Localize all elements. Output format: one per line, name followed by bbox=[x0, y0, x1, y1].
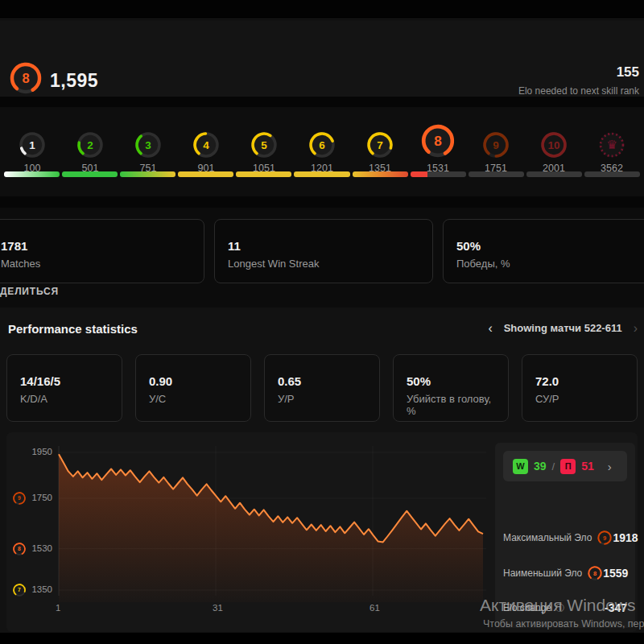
win-loss-card[interactable]: W 39 / П 51 › bbox=[503, 451, 627, 481]
svg-text:5: 5 bbox=[261, 139, 267, 151]
current-skill-level-icon: 8 bbox=[8, 60, 43, 99]
svg-text:3: 3 bbox=[145, 139, 151, 151]
win-streak-value: 11 bbox=[228, 239, 419, 253]
elo-needed-label: Elo needed to next skill rank bbox=[518, 85, 639, 97]
svg-text:7: 7 bbox=[18, 587, 21, 592]
matches-value: 1781 bbox=[1, 239, 191, 253]
svg-text:6: 6 bbox=[319, 139, 325, 151]
elo-progress-segment bbox=[584, 171, 640, 177]
section-gap bbox=[0, 97, 644, 107]
skill-level-5[interactable]: 51051 bbox=[235, 111, 293, 174]
prev-range-button[interactable]: ‹ bbox=[488, 323, 492, 334]
kd-card: 0.65 У/Р bbox=[264, 354, 380, 422]
wl-slash: / bbox=[552, 460, 555, 473]
level-9-icon: 9 bbox=[12, 491, 27, 509]
y-axis-tick-label: 1750 bbox=[28, 493, 52, 502]
skill-level-4[interactable]: 4901 bbox=[177, 111, 235, 174]
max-elo-row: Максимальный Эло 9 1918 bbox=[503, 528, 627, 547]
max-elo-value: 1918 bbox=[613, 531, 638, 544]
elo-needed-value: 155 bbox=[617, 64, 639, 80]
svg-text:2: 2 bbox=[87, 139, 93, 151]
adr-value: 72.0 bbox=[535, 374, 624, 388]
elo-progress-segment bbox=[120, 171, 175, 177]
elo-progress-bar bbox=[4, 171, 640, 177]
skill-ladder: 1100250137514901510516120171351815319175… bbox=[3, 111, 641, 174]
min-elo-label: Наименьший Эло bbox=[503, 568, 582, 579]
wins-count: 39 bbox=[534, 460, 547, 473]
summary-stats-section: 1781 Matches 11 Longest Win Streak 50% П… bbox=[0, 208, 644, 308]
current-elo-value: 1,595 bbox=[50, 70, 98, 92]
elo-progress-segment bbox=[469, 171, 524, 177]
performance-title: Performance statistics bbox=[8, 322, 138, 336]
elo-progress-segment bbox=[411, 171, 466, 177]
kr-label: У/С bbox=[149, 393, 237, 405]
win-streak-label: Longest Win Streak bbox=[228, 258, 419, 270]
min-elo-value: 1559 bbox=[603, 567, 628, 580]
skill-level-7[interactable]: 71351 bbox=[351, 111, 409, 174]
chart-summary-panel: W 39 / П 51 › Максимальный Эло 9 1918 На… bbox=[495, 443, 635, 628]
svg-text:10: 10 bbox=[547, 139, 559, 151]
svg-text:8: 8 bbox=[593, 570, 597, 577]
win-rate-value: 50% bbox=[456, 239, 640, 253]
min-elo-row: Наименьший Эло 8 1559 bbox=[503, 564, 627, 583]
kda-card: 14/16/5 K/D/A bbox=[6, 354, 122, 422]
x-axis-tick-label: 31 bbox=[213, 603, 223, 613]
skill-level-1[interactable]: 1100 bbox=[3, 111, 61, 174]
matches-card: 1781 Matches bbox=[0, 219, 204, 283]
elo-progress-segment bbox=[353, 171, 408, 177]
matches-label: Matches bbox=[1, 258, 191, 270]
bottom-strip bbox=[0, 633, 644, 644]
x-axis-tick-label: 61 bbox=[369, 603, 380, 613]
skill-level-6[interactable]: 61201 bbox=[293, 111, 351, 174]
skill-ladder-section: 1100250137514901510516120171351815319175… bbox=[0, 107, 644, 196]
skill-level-3[interactable]: 3751 bbox=[119, 111, 177, 174]
headshot-card: 50% Убийств в голову, % bbox=[393, 354, 509, 422]
win-chip: W bbox=[513, 459, 528, 474]
win-rate-label: Победы, % bbox=[456, 258, 640, 270]
loss-chip: П bbox=[560, 459, 576, 474]
info-icon[interactable]: ⓘ bbox=[555, 602, 564, 614]
kda-label: K/D/A bbox=[20, 393, 109, 405]
level-9-icon: 9 bbox=[597, 530, 613, 546]
skill-level-9[interactable]: 91751 bbox=[467, 111, 525, 174]
elo-header-section: 8 1,595 155 Elo needed to next skill ran… bbox=[0, 20, 644, 97]
next-range-button[interactable]: › bbox=[634, 323, 638, 334]
losses-count: 51 bbox=[581, 460, 594, 473]
elo-progress-segment bbox=[236, 171, 291, 177]
skill-level-♛[interactable]: ♛3562 bbox=[583, 111, 641, 174]
elo-progress-segment bbox=[526, 171, 582, 177]
svg-text:8: 8 bbox=[434, 133, 442, 149]
share-button[interactable]: ДЕЛИТЬСЯ bbox=[0, 286, 59, 297]
elo-line-chart[interactable] bbox=[53, 441, 488, 602]
chevron-right-icon: › bbox=[608, 460, 612, 473]
svg-text:9: 9 bbox=[603, 535, 606, 542]
elo-change-row: Elo change ⓘ -347 bbox=[503, 598, 627, 617]
headshot-label: Убийств в голову, % bbox=[407, 393, 495, 417]
top-strip bbox=[0, 0, 644, 19]
svg-text:8: 8 bbox=[22, 71, 29, 85]
performance-section: Performance statistics ‹ Showing матчи 5… bbox=[0, 308, 644, 633]
elo-progress-segment bbox=[178, 171, 233, 177]
elo-change-value: -347 bbox=[605, 601, 627, 614]
skill-level-8[interactable]: 81531 bbox=[409, 111, 467, 174]
x-axis-tick-label: 91 bbox=[526, 603, 537, 613]
level-8-icon: 8 bbox=[12, 542, 27, 559]
y-axis-tick-label: 1350 bbox=[28, 584, 52, 594]
elo-progress-segment bbox=[62, 171, 118, 177]
kda-value: 14/16/5 bbox=[20, 374, 109, 388]
svg-text:9: 9 bbox=[493, 139, 499, 151]
elo-chart-panel: W 39 / П 51 › Максимальный Эло 9 1918 На… bbox=[6, 432, 638, 632]
svg-text:8: 8 bbox=[18, 546, 21, 551]
level-8-icon: 8 bbox=[587, 565, 603, 581]
skill-level-2[interactable]: 2501 bbox=[61, 111, 119, 174]
match-range-pager: ‹ Showing матчи 522-611 › bbox=[488, 322, 638, 334]
svg-text:1: 1 bbox=[29, 139, 35, 151]
section-gap bbox=[0, 196, 644, 208]
kd-label: У/Р bbox=[278, 393, 366, 405]
level-7-icon: 7 bbox=[12, 583, 27, 601]
elo-progress-segment bbox=[4, 171, 60, 177]
win-streak-card: 11 Longest Win Streak bbox=[214, 219, 433, 283]
skill-level-10[interactable]: 102001 bbox=[525, 111, 583, 174]
stats-page: 8 1,595 155 Elo needed to next skill ran… bbox=[0, 0, 644, 644]
svg-text:7: 7 bbox=[377, 139, 383, 151]
